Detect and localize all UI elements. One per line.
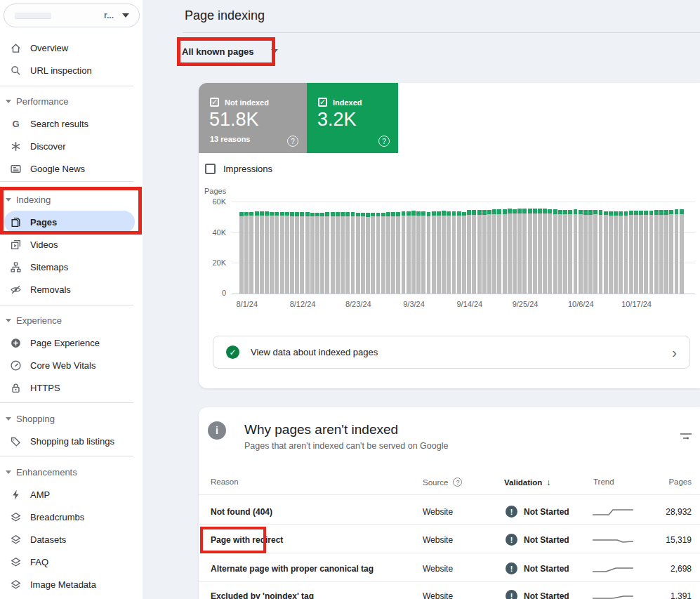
sidebar-item-videos[interactable]: Videos — [0, 233, 143, 256]
chart-bar[interactable] — [320, 213, 324, 294]
chart-bar[interactable] — [649, 211, 654, 294]
chart-bar[interactable] — [371, 213, 375, 294]
chart-bar[interactable] — [249, 212, 253, 294]
chart-bar[interactable] — [280, 212, 284, 294]
sidebar-item-removals[interactable]: Removals — [0, 278, 143, 301]
column-header-trend[interactable]: Trend — [593, 478, 614, 486]
chart-bar[interactable] — [315, 213, 319, 294]
column-header-reason[interactable]: Reason — [211, 478, 239, 486]
chart-bar[interactable] — [558, 210, 562, 294]
sidebar-item-google-news[interactable]: Google News — [0, 157, 143, 180]
chart-bar[interactable] — [452, 211, 456, 294]
chart-bar[interactable] — [609, 211, 613, 294]
chart-bar[interactable] — [331, 212, 335, 294]
view-indexed-data-button[interactable]: ✓ View data about indexed pages › — [213, 336, 690, 369]
help-icon[interactable]: ? — [453, 478, 462, 487]
sidebar-item-https[interactable]: HTTPS — [0, 376, 143, 399]
chart-bar[interactable] — [396, 212, 400, 294]
chart-bar[interactable] — [563, 210, 567, 294]
chart-bar[interactable] — [624, 211, 628, 294]
chart-bar[interactable] — [588, 210, 593, 294]
column-header-source[interactable]: Source ? — [423, 478, 462, 487]
chart-bar[interactable] — [669, 210, 673, 294]
help-icon[interactable]: ? — [378, 136, 390, 147]
chart-bar[interactable] — [528, 209, 532, 294]
chart-bar[interactable] — [402, 211, 406, 294]
sidebar-item-shopping-tab-listings[interactable]: Shopping tab listings — [0, 430, 143, 452]
chart-bar[interactable] — [386, 212, 390, 294]
chart-bar[interactable] — [260, 211, 264, 294]
chart-bar[interactable] — [583, 210, 588, 294]
chart-bar[interactable] — [427, 212, 431, 294]
chart-bar[interactable] — [568, 210, 572, 294]
chart-bar[interactable] — [407, 211, 411, 294]
sidebar-item-page-experience[interactable]: Page Experience — [0, 331, 143, 354]
chart-bar[interactable] — [634, 211, 638, 294]
chart-bar[interactable] — [270, 212, 274, 294]
chart-bar[interactable] — [275, 212, 279, 294]
chart-bar[interactable] — [517, 209, 522, 294]
chart-bar[interactable] — [310, 213, 315, 294]
indexed-toggle-chip[interactable]: ✓ Indexed 3.2K ? — [307, 83, 398, 153]
chart-bar[interactable] — [538, 209, 542, 294]
chart-bar[interactable] — [675, 209, 679, 294]
chart-bar[interactable] — [361, 213, 365, 294]
chart-bar[interactable] — [659, 210, 663, 294]
chart-bar[interactable] — [325, 212, 329, 294]
chart-bar[interactable] — [244, 212, 249, 294]
chart-bar[interactable] — [345, 212, 350, 294]
not-indexed-toggle-chip[interactable]: ✓ Not indexed 51.8K 13 reasons ? — [199, 83, 307, 153]
sidebar-item-datasets[interactable]: Datasets — [0, 528, 143, 551]
chart-bar[interactable] — [574, 209, 578, 294]
chart-bar[interactable] — [265, 211, 269, 294]
chart-bar[interactable] — [366, 213, 370, 294]
chart-bar[interactable] — [522, 209, 527, 294]
sidebar-section-experience[interactable]: Experience — [0, 309, 143, 331]
chart-bar[interactable] — [644, 211, 648, 294]
chart-bar[interactable] — [462, 212, 466, 294]
chart-bar[interactable] — [482, 210, 487, 294]
chart-bar[interactable] — [411, 211, 416, 294]
impressions-toggle[interactable]: Impressions — [205, 164, 272, 174]
chart-bar[interactable] — [533, 209, 537, 294]
chart-bar[interactable] — [472, 210, 476, 294]
chart-bar[interactable] — [599, 210, 603, 294]
chart-bar[interactable] — [654, 210, 659, 294]
chart-bar[interactable] — [421, 211, 425, 294]
chart-bar[interactable] — [680, 209, 684, 294]
sidebar-section-indexing[interactable]: Indexing — [0, 188, 143, 211]
column-header-pages[interactable]: Pages — [618, 478, 692, 486]
sidebar-item-faq[interactable]: FAQ — [0, 551, 143, 573]
chart-bar[interactable] — [604, 211, 608, 294]
chart-bar[interactable] — [381, 213, 385, 294]
sidebar-item-amp[interactable]: AMP — [0, 483, 143, 506]
chart-bar[interactable] — [290, 212, 294, 294]
sidebar-section-enhancements[interactable]: Enhancements — [0, 461, 143, 483]
chart-bar[interactable] — [553, 209, 557, 294]
chart-bar[interactable] — [239, 212, 244, 294]
chart-bar[interactable] — [457, 211, 461, 294]
chart-bar[interactable] — [548, 209, 552, 294]
checkbox-unchecked-icon[interactable] — [205, 164, 216, 174]
chart-bar[interactable] — [579, 210, 583, 294]
chart-bar[interactable] — [497, 209, 501, 294]
filter-icon[interactable] — [678, 429, 694, 443]
chart-bar[interactable] — [255, 211, 259, 294]
chart-bar[interactable] — [447, 211, 451, 294]
chart-bar[interactable] — [487, 210, 491, 294]
sidebar-section-performance[interactable]: Performance — [0, 90, 143, 112]
sidebar-item-discover[interactable]: Discover — [0, 135, 143, 157]
chart-bar[interactable] — [432, 211, 436, 294]
chart-bar[interactable] — [614, 211, 618, 294]
chart-bar[interactable] — [351, 212, 355, 294]
sidebar-item-core-web-vitals[interactable]: Core Web Vitals — [0, 354, 143, 376]
chart-bar[interactable] — [285, 212, 289, 294]
chart-bar[interactable] — [664, 210, 668, 294]
sidebar-section-shopping[interactable]: Shopping — [0, 407, 143, 430]
chart-bar[interactable] — [467, 210, 471, 294]
chart-bar[interactable] — [437, 211, 441, 294]
checkbox-checked-icon[interactable]: ✓ — [318, 98, 327, 107]
column-header-validation[interactable]: Validation ↓ — [504, 478, 550, 487]
chart-bar[interactable] — [416, 211, 421, 294]
help-icon[interactable]: ? — [287, 136, 298, 147]
